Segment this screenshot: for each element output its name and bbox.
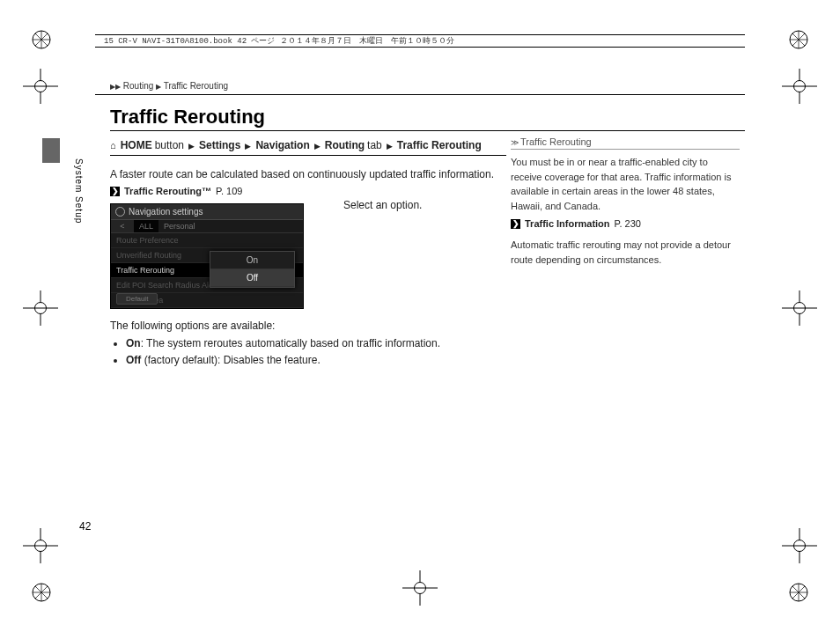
crop-mark-icon: [402, 570, 438, 606]
option-desc: : The system reroutes automatically base…: [141, 337, 440, 349]
intro-text: A faster route can be calculated based o…: [110, 166, 506, 182]
tab-personal: Personal: [158, 220, 201, 232]
reference-label: Traffic Rerouting™: [124, 186, 211, 196]
popup-option-on: On: [210, 252, 294, 269]
registration-mark-icon: [32, 30, 51, 49]
page-title: Traffic Rerouting: [110, 106, 265, 129]
main-content: ⌂ HOME button ▶ Settings ▶ Navigation ▶ …: [110, 139, 506, 369]
document-header: 15 CR-V NAVI-31T0A8100.book 42 ページ ２０１４年…: [95, 34, 745, 48]
section-tab: [42, 138, 60, 163]
crop-mark-icon: [782, 528, 817, 563]
sidebar-text: Automatic traffic rerouting may not prov…: [511, 238, 740, 267]
nav-step: Traffic Rerouting: [397, 139, 482, 151]
triangle-icon: ▶: [314, 142, 321, 151]
breadcrumb: ▶▶ Routing ▶ Traffic Rerouting: [110, 81, 228, 91]
back-icon: <: [111, 220, 134, 232]
divider: [110, 130, 745, 131]
default-button: Default: [116, 293, 158, 305]
screenshot-titlebar: Navigation settings: [111, 204, 303, 220]
navigation-path: ⌂ HOME button ▶ Settings ▶ Navigation ▶ …: [110, 139, 506, 156]
screenshot-tabs: < ALL Personal: [111, 220, 303, 233]
triangle-icon: ▶▶: [110, 83, 121, 91]
popup-option-off: Off: [210, 269, 294, 287]
page-number: 42: [79, 520, 91, 533]
reference-icon: ❯: [110, 187, 120, 196]
screenshot-title: Navigation settings: [129, 207, 203, 217]
triangle-icon: ▶: [188, 142, 195, 151]
nav-text: button: [155, 139, 184, 151]
options-header: The following options are available:: [110, 320, 506, 332]
nav-text: tab: [367, 139, 382, 151]
breadcrumb-item: Traffic Rerouting: [164, 81, 228, 91]
tab-all: ALL: [134, 220, 158, 232]
chevron-icon: ≫: [511, 138, 517, 147]
reference-page: P. 109: [216, 186, 242, 196]
sidebar-title-text: Traffic Rerouting: [520, 136, 592, 147]
crop-mark-icon: [782, 69, 817, 104]
crop-mark-icon: [23, 528, 58, 563]
option-desc: (factory default): Disables the feature.: [141, 354, 320, 366]
section-label: System Setup: [74, 158, 84, 224]
option-name: Off: [126, 354, 141, 366]
nav-step: Navigation: [255, 139, 309, 151]
gear-icon: [115, 207, 125, 217]
option-name: On: [126, 337, 141, 349]
option-off: Off (factory default): Disables the feat…: [126, 352, 506, 369]
options-list: On: The system reroutes automatically ba…: [114, 335, 506, 369]
option-on: On: The system reroutes automatically ba…: [126, 335, 506, 352]
crop-mark-icon: [23, 69, 58, 104]
breadcrumb-item: Routing: [123, 81, 153, 91]
sidebar-text: You must be in or near a traffic-enabled…: [511, 155, 740, 213]
registration-mark-icon: [32, 583, 51, 602]
crop-mark-icon: [782, 290, 817, 326]
ui-screenshot: Navigation settings < ALL Personal Route…: [110, 203, 304, 309]
crop-mark-icon: [23, 290, 58, 326]
registration-mark-icon: [789, 30, 808, 49]
info-sidebar: ≫Traffic Rerouting You must be in or nea…: [511, 136, 740, 267]
divider: [95, 94, 745, 95]
triangle-icon: ▶: [245, 142, 251, 151]
cross-reference: ❯ Traffic Rerouting™ P. 109: [110, 186, 506, 196]
cross-reference: ❯ Traffic Information P. 230: [511, 218, 740, 229]
triangle-icon: ▶: [156, 83, 161, 91]
header-text: 15 CR-V NAVI-31T0A8100.book 42 ページ ２０１４年…: [104, 35, 460, 47]
reference-icon: ❯: [511, 219, 520, 229]
triangle-icon: ▶: [387, 142, 393, 151]
registration-mark-icon: [789, 583, 808, 602]
nav-step: HOME: [121, 139, 152, 151]
popup-menu: On Off: [210, 251, 295, 288]
instruction-text: Select an option.: [343, 199, 422, 211]
sidebar-title: ≫Traffic Rerouting: [511, 136, 740, 150]
nav-step: Settings: [199, 139, 240, 151]
reference-label: Traffic Information: [525, 218, 610, 229]
reference-page: P. 230: [615, 218, 641, 229]
list-item: Route Preference: [111, 233, 303, 248]
nav-step: Routing: [325, 139, 365, 151]
home-icon: ⌂: [110, 140, 116, 151]
